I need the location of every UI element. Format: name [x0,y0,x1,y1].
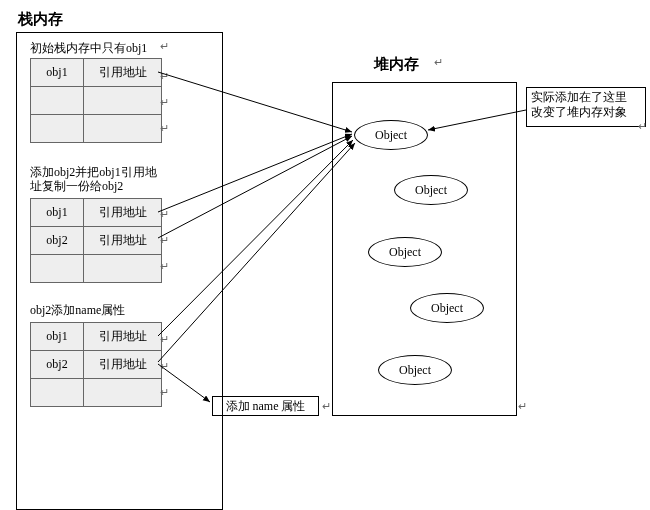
cell-value: 引用地址 [84,199,162,227]
stack-title: 栈内存 [18,10,63,29]
group3-title: obj2添加name属性 [30,302,125,319]
heap-object: Object [378,355,452,385]
cell-name: obj1 [31,199,84,227]
crlf-icon: ↵ [160,208,169,221]
cell-value: 引用地址 [84,59,162,87]
crlf-icon: ↵ [518,400,527,413]
cell-name: obj1 [31,323,84,351]
table-row [31,255,162,283]
cell-empty [84,255,162,283]
table-row [31,115,162,143]
callout-l1: 实际添加在了这里 [531,90,627,104]
cell-empty [84,87,162,115]
table-row [31,379,162,407]
group2-title-l2: 址复制一份给obj2 [30,179,123,193]
table-row: obj2 引用地址 [31,227,162,255]
cell-empty [31,379,84,407]
heap-object: Object [410,293,484,323]
crlf-icon: ↵ [160,234,169,247]
cell-empty [31,255,84,283]
crlf-icon: ↵ [322,400,331,413]
cell-empty [84,115,162,143]
table-row [31,87,162,115]
group2-table: obj1 引用地址 obj2 引用地址 [30,198,162,283]
callout-heap-change: 实际添加在了这里 改变了堆内存对象 [526,87,646,127]
callout-l2: 改变了堆内存对象 [531,105,627,119]
group1-table: obj1 引用地址 [30,58,162,143]
group3-table: obj1 引用地址 obj2 引用地址 [30,322,162,407]
heap-title: 堆内存 [374,55,419,74]
table-row: obj1 引用地址 [31,59,162,87]
crlf-icon: ↵ [160,122,169,135]
heap-object: Object [368,237,442,267]
cell-name: obj1 [31,59,84,87]
heap-object: Object [394,175,468,205]
cell-name: obj2 [31,227,84,255]
table-row: obj1 引用地址 [31,323,162,351]
crlf-icon: ↵ [638,120,647,133]
group1-title: 初始栈内存中只有obj1 [30,40,147,57]
heap-object: Object [354,120,428,150]
cell-empty [84,379,162,407]
cell-value: 引用地址 [84,227,162,255]
crlf-icon: ↵ [160,40,169,53]
crlf-icon: ↵ [160,70,169,83]
cell-value: 引用地址 [84,323,162,351]
table-row: obj2 引用地址 [31,351,162,379]
group2-title-l1: 添加obj2并把obj1引用地 [30,165,157,179]
diagram-root: 栈内存 初始栈内存中只有obj1 obj1 引用地址 添加obj2并把obj1引… [0,0,650,510]
callout-add-name: 添加 name 属性 [212,396,319,416]
cell-value: 引用地址 [84,351,162,379]
cell-name: obj2 [31,351,84,379]
crlf-icon: ↵ [160,386,169,399]
cell-empty [31,115,84,143]
crlf-icon: ↵ [160,360,169,373]
table-row: obj1 引用地址 [31,199,162,227]
crlf-icon: ↵ [434,56,443,69]
cell-empty [31,87,84,115]
crlf-icon: ↵ [160,96,169,109]
crlf-icon: ↵ [160,333,169,346]
group2-title: 添加obj2并把obj1引用地 址复制一份给obj2 [30,165,157,193]
crlf-icon: ↵ [160,260,169,273]
